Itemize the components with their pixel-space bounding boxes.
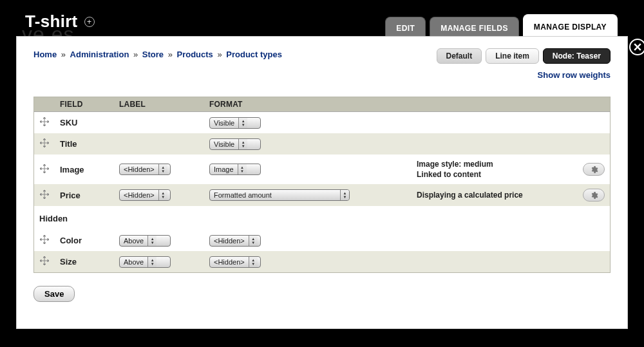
page-title: T-shirt <box>25 12 78 32</box>
format-select-value: <Hidden> <box>210 237 249 245</box>
format-select[interactable]: <Hidden>▲▼ <box>209 256 261 268</box>
chevron-up-down-icon: ▲▼ <box>158 190 167 200</box>
format-select[interactable]: Visible▲▼ <box>209 117 261 129</box>
format-select-value: Visible <box>210 140 238 148</box>
fields-table: FIELD LABEL FORMAT SKUVisible▲▼TitleVisi… <box>33 97 611 273</box>
breadcrumb-link[interactable]: Products <box>177 50 213 59</box>
chevron-up-down-icon: ▲▼ <box>340 190 349 200</box>
drag-handle-icon[interactable] <box>39 234 50 245</box>
col-header-label: LABEL <box>114 97 204 112</box>
format-select-value: <Hidden> <box>210 258 249 266</box>
col-header-format: FORMAT <box>204 97 611 112</box>
format-select-value: Visible <box>210 119 238 127</box>
table-row: Image<Hidden>▲▼Image▲▼Image style: mediu… <box>34 155 611 184</box>
format-select-value: Formatted amount <box>210 191 340 199</box>
label-select-value: <Hidden> <box>120 191 158 199</box>
label-select-value: Above <box>120 258 147 266</box>
settings-button[interactable] <box>583 189 605 202</box>
save-button[interactable]: Save <box>33 286 75 302</box>
field-name: Price <box>60 191 80 200</box>
chevron-up-down-icon: ▲▼ <box>238 139 247 149</box>
tab-manage-fields[interactable]: MANAGE FIELDS <box>430 17 519 39</box>
chevron-up-down-icon: ▲▼ <box>238 118 247 128</box>
chevron-up-down-icon: ▲▼ <box>147 257 156 267</box>
drag-handle-icon[interactable] <box>39 138 50 148</box>
table-row: SizeAbove▲▼<Hidden>▲▼ <box>34 251 611 273</box>
content-panel: Home » Administration » Store » Products… <box>16 36 628 329</box>
drag-handle-icon[interactable] <box>39 189 50 200</box>
table-row: Price<Hidden>▲▼Formatted amount▲▼Display… <box>34 184 611 206</box>
format-select[interactable]: Formatted amount▲▼ <box>209 189 350 201</box>
breadcrumb-separator: » <box>166 50 175 59</box>
close-icon[interactable] <box>629 39 644 55</box>
format-summary: Image style: mediumLinked to content <box>417 159 573 180</box>
settings-button[interactable] <box>583 163 605 176</box>
chevron-up-down-icon: ▲▼ <box>147 236 156 246</box>
add-icon[interactable]: + <box>84 17 95 27</box>
hidden-section-header: Hidden <box>34 206 611 230</box>
breadcrumb-link[interactable]: Administration <box>70 50 129 59</box>
format-select[interactable]: Visible▲▼ <box>209 138 261 150</box>
field-name: Size <box>60 257 77 267</box>
table-row: TitleVisible▲▼ <box>34 133 611 155</box>
breadcrumb-separator: » <box>131 50 140 59</box>
format-select[interactable]: Image▲▼ <box>209 164 261 175</box>
breadcrumb-separator: » <box>215 50 224 59</box>
hidden-section-label: Hidden <box>39 214 68 223</box>
breadcrumb-separator: » <box>59 50 68 59</box>
table-row: SKUVisible▲▼ <box>34 112 611 134</box>
format-select[interactable]: <Hidden>▲▼ <box>209 235 261 247</box>
field-name: SKU <box>60 118 77 127</box>
chevron-up-down-icon: ▲▼ <box>158 164 167 174</box>
tab-edit[interactable]: EDIT <box>385 17 426 39</box>
breadcrumb-link[interactable]: Store <box>142 50 164 59</box>
label-select[interactable]: Above▲▼ <box>119 235 171 247</box>
label-select-value: Above <box>120 237 147 245</box>
format-summary: Displaying a calculated price <box>417 190 573 200</box>
field-name: Title <box>60 139 77 149</box>
field-name: Image <box>60 165 84 174</box>
label-select[interactable]: <Hidden>▲▼ <box>119 164 171 175</box>
show-row-weights-link[interactable]: Show row weights <box>538 70 611 80</box>
table-row: ColorAbove▲▼<Hidden>▲▼ <box>34 230 611 251</box>
chevron-up-down-icon: ▲▼ <box>249 257 258 267</box>
col-header-field: FIELD <box>55 97 114 112</box>
tab-manage-display[interactable]: MANAGE DISPLAY <box>523 14 618 39</box>
view-mode-line-item[interactable]: Line item <box>486 48 539 64</box>
chevron-up-down-icon: ▲▼ <box>238 164 247 174</box>
breadcrumb-link[interactable]: Home <box>33 50 57 59</box>
field-name: Color <box>60 236 82 245</box>
chevron-up-down-icon: ▲▼ <box>249 236 258 246</box>
drag-handle-icon[interactable] <box>39 117 50 127</box>
breadcrumb-link[interactable]: Product types <box>226 50 282 59</box>
format-select-value: Image <box>210 165 238 173</box>
label-select[interactable]: <Hidden>▲▼ <box>119 189 171 201</box>
drag-handle-icon[interactable] <box>39 256 50 266</box>
label-select[interactable]: Above▲▼ <box>119 256 171 268</box>
view-mode-default[interactable]: Default <box>437 48 482 64</box>
drag-handle-icon[interactable] <box>39 164 50 174</box>
view-mode-node-teaser[interactable]: Node: Teaser <box>543 48 611 64</box>
label-select-value: <Hidden> <box>120 165 158 173</box>
